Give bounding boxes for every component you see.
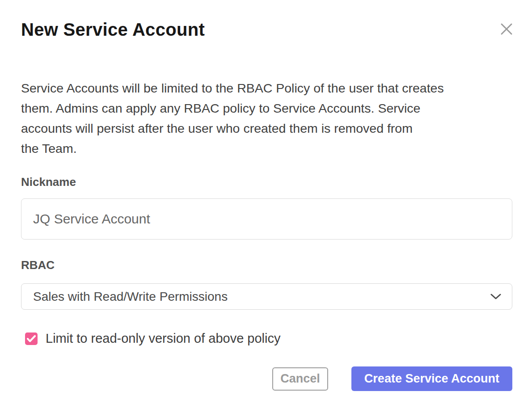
read-only-checkbox-row[interactable]: Limit to read-only version of above poli… — [25, 331, 512, 346]
modal-description: Service Accounts will be limited to the … — [21, 78, 512, 159]
modal-footer: Cancel Create Service Account — [21, 366, 512, 391]
chevron-down-icon — [490, 294, 501, 300]
description-line: the Team. — [21, 139, 512, 159]
description-line: accounts will persist after the user who… — [21, 118, 512, 139]
close-button[interactable] — [498, 21, 515, 38]
nickname-input[interactable] — [21, 198, 512, 240]
rbac-select[interactable]: Sales with Read/Write Permissions — [21, 283, 512, 310]
close-icon — [500, 23, 513, 35]
read-only-checkbox-label: Limit to read-only version of above poli… — [46, 331, 280, 346]
description-line: Service Accounts will be limited to the … — [21, 78, 512, 98]
description-line: them. Admins can apply any RBAC policy t… — [21, 98, 512, 118]
read-only-checkbox[interactable] — [25, 332, 38, 345]
cancel-button[interactable]: Cancel — [272, 367, 328, 391]
new-service-account-modal: New Service Account Service Accounts wil… — [0, 0, 532, 404]
modal-title: New Service Account — [21, 0, 512, 40]
checkmark-icon — [27, 335, 36, 342]
nickname-label: Nickname — [21, 176, 512, 188]
create-service-account-button[interactable]: Create Service Account — [351, 366, 512, 391]
rbac-selected-value: Sales with Read/Write Permissions — [33, 290, 228, 304]
rbac-label: RBAC — [21, 259, 512, 271]
